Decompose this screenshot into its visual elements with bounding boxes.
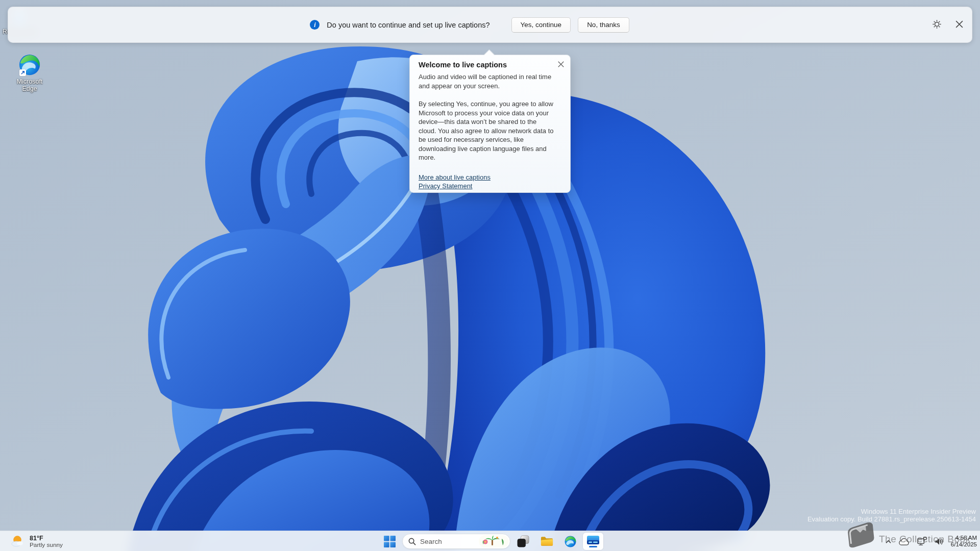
weather-temperature: 81°F	[30, 535, 63, 542]
shortcut-arrow-icon	[19, 69, 26, 76]
network-tray-button[interactable]	[917, 537, 927, 546]
tray-clock[interactable]: 4:56 AM 6/14/2025	[951, 535, 977, 548]
onedrive-tray-button[interactable]	[898, 537, 910, 546]
edge-label: MicrosoftEdge	[17, 78, 43, 92]
flyout-paragraph-2: By selecting Yes, continue, you agree to…	[419, 99, 555, 162]
live-captions-taskbar-button[interactable]	[583, 533, 603, 550]
network-ethernet-icon	[917, 537, 927, 546]
banner-prompt: Do you want to continue and set up live …	[327, 21, 489, 29]
yes-continue-button[interactable]: Yes, continue	[511, 17, 571, 33]
weather-widget[interactable]: 81°F Partly sunny	[7, 531, 66, 551]
file-explorer-button[interactable]	[536, 532, 557, 551]
tray-date: 6/14/2025	[951, 541, 977, 548]
flyout-title: Welcome to live captions	[419, 60, 561, 69]
live-captions-banner: i Do you want to continue and set up liv…	[8, 7, 972, 43]
taskbar: 81°F Partly sunny Search	[0, 531, 980, 551]
search-box[interactable]: Search	[402, 534, 510, 549]
task-view-button[interactable]	[512, 532, 534, 551]
live-captions-icon	[587, 536, 599, 544]
tray-overflow-button[interactable]	[885, 539, 892, 544]
flyout-paragraph-1: Audio and video will be captioned in rea…	[419, 72, 555, 90]
edge-icon	[564, 535, 577, 548]
privacy-statement-link[interactable]: Privacy Statement	[419, 182, 473, 191]
info-icon: i	[310, 20, 320, 30]
no-thanks-button[interactable]: No, thanks	[578, 17, 629, 33]
flyout-close-button[interactable]	[557, 61, 565, 68]
weather-condition: Partly sunny	[30, 542, 63, 548]
search-placeholder: Search	[420, 538, 475, 545]
more-about-live-captions-link[interactable]: More about live captions	[419, 173, 491, 182]
captions-settings-button[interactable]	[932, 19, 942, 29]
running-app-indicator	[589, 546, 597, 547]
onedrive-cloud-icon	[898, 537, 910, 546]
tray-time: 4:56 AM	[951, 535, 977, 542]
windows-start-icon	[384, 536, 396, 547]
edge-taskbar-button[interactable]	[559, 532, 581, 551]
chevron-up-icon	[885, 539, 892, 544]
desktop-icon-microsoft-edge[interactable]: MicrosoftEdge	[5, 53, 54, 92]
task-view-icon	[517, 535, 530, 548]
volume-icon	[934, 537, 944, 546]
welcome-flyout: Welcome to live captions Audio and video…	[409, 55, 571, 193]
start-button[interactable]	[379, 532, 400, 551]
volume-tray-button[interactable]	[934, 537, 944, 546]
watermark-line-1: Windows 11 Enterprise Insider Preview	[807, 508, 976, 515]
weather-icon	[10, 534, 26, 548]
insider-build-watermark: Windows 11 Enterprise Insider Preview Ev…	[807, 508, 976, 523]
search-icon	[408, 538, 416, 545]
close-icon	[955, 20, 964, 29]
search-highlights-icon[interactable]	[479, 535, 508, 547]
close-icon	[557, 61, 565, 68]
watermark-line-2: Evaluation copy. Build 27881.rs_prerelea…	[807, 515, 976, 523]
captions-close-button[interactable]	[955, 20, 964, 29]
file-explorer-icon	[540, 535, 554, 547]
gear-icon	[932, 19, 942, 29]
